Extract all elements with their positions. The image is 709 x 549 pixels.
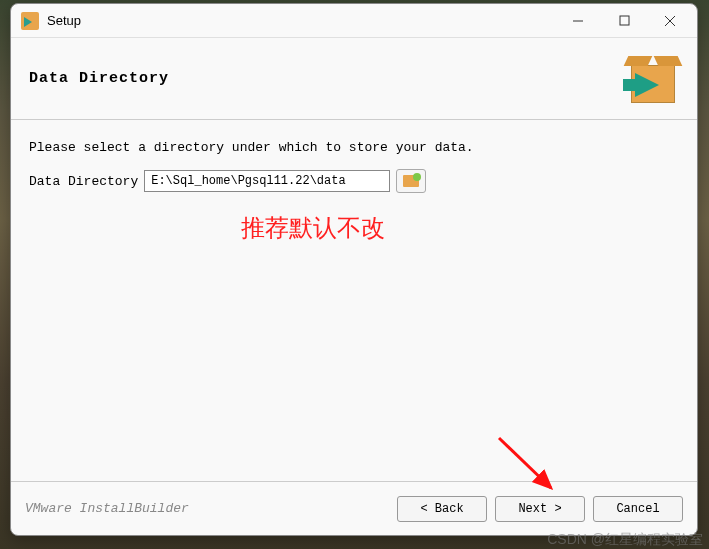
wizard-content: Please select a directory under which to… xyxy=(11,120,697,481)
wizard-footer: VMware InstallBuilder < Back Next > Canc… xyxy=(11,481,697,535)
watermark: CSDN @红星编程实验室 xyxy=(547,531,703,549)
svg-rect-1 xyxy=(620,16,629,25)
minimize-button[interactable] xyxy=(555,6,601,36)
folder-icon xyxy=(403,175,419,187)
annotation-text: 推荐默认不改 xyxy=(241,212,385,244)
setup-window: Setup Data Directory Please select a dir… xyxy=(10,3,698,536)
data-directory-row: Data Directory xyxy=(29,169,679,193)
red-arrow-annotation xyxy=(491,430,571,500)
svg-line-5 xyxy=(499,438,551,488)
prompt-text: Please select a directory under which to… xyxy=(29,140,679,155)
data-directory-input[interactable] xyxy=(144,170,390,192)
close-button[interactable] xyxy=(647,6,693,36)
titlebar: Setup xyxy=(11,4,697,38)
page-title: Data Directory xyxy=(29,70,169,87)
window-title: Setup xyxy=(47,13,555,28)
browse-button[interactable] xyxy=(396,169,426,193)
app-icon xyxy=(21,12,39,30)
maximize-button[interactable] xyxy=(601,6,647,36)
package-box-icon xyxy=(623,51,679,107)
window-controls xyxy=(555,6,693,36)
cancel-button[interactable]: Cancel xyxy=(593,496,683,522)
footer-brand: VMware InstallBuilder xyxy=(25,501,389,516)
data-directory-label: Data Directory xyxy=(29,174,138,189)
back-button[interactable]: < Back xyxy=(397,496,487,522)
wizard-header: Data Directory xyxy=(11,38,697,120)
